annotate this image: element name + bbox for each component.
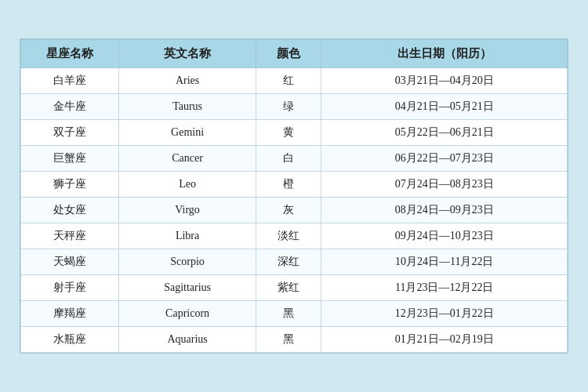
table-row: 双子座Gemini黄05月22日—06月21日 [21, 120, 568, 146]
cell-en: Libra [119, 223, 256, 249]
cell-date: 12月23日—01月22日 [321, 301, 568, 327]
cell-zh: 水瓶座 [21, 327, 119, 353]
table-row: 摩羯座Capricorn黑12月23日—01月22日 [21, 301, 568, 327]
cell-date: 01月21日—02月19日 [321, 327, 568, 353]
header-zh: 星座名称 [21, 40, 119, 68]
table-row: 狮子座Leo橙07月24日—08月23日 [21, 172, 568, 198]
cell-color: 淡红 [256, 223, 321, 249]
table-row: 天蝎座Scorpio深红10月24日—11月22日 [21, 249, 568, 275]
cell-zh: 白羊座 [21, 68, 119, 94]
cell-date: 11月23日—12月22日 [321, 275, 568, 301]
cell-color: 灰 [256, 198, 321, 223]
header-date: 出生日期（阳历） [321, 40, 568, 68]
cell-zh: 狮子座 [21, 172, 119, 198]
cell-zh: 天秤座 [21, 223, 119, 249]
cell-date: 03月21日—04月20日 [321, 68, 568, 94]
cell-zh: 巨蟹座 [21, 146, 119, 172]
cell-date: 06月22日—07月23日 [321, 146, 568, 172]
cell-en: Scorpio [119, 249, 256, 275]
table-body: 白羊座Aries红03月21日—04月20日金牛座Taurus绿04月21日—0… [21, 68, 568, 353]
cell-en: Capricorn [119, 301, 256, 327]
table-row: 水瓶座Aquarius黑01月21日—02月19日 [21, 327, 568, 353]
cell-zh: 金牛座 [21, 94, 119, 120]
cell-date: 10月24日—11月22日 [321, 249, 568, 275]
cell-color: 紫红 [256, 275, 321, 301]
cell-color: 黄 [256, 120, 321, 146]
table-row: 金牛座Taurus绿04月21日—05月21日 [21, 94, 568, 120]
cell-zh: 射手座 [21, 275, 119, 301]
cell-color: 白 [256, 146, 321, 172]
cell-zh: 处女座 [21, 198, 119, 223]
cell-zh: 天蝎座 [21, 249, 119, 275]
zodiac-table-container: 星座名称 英文名称 颜色 出生日期（阳历） 白羊座Aries红03月21日—04… [20, 38, 568, 354]
cell-color: 橙 [256, 172, 321, 198]
cell-en: Aquarius [119, 327, 256, 353]
cell-date: 08月24日—09月23日 [321, 198, 568, 223]
table-row: 白羊座Aries红03月21日—04月20日 [21, 68, 568, 94]
header-en: 英文名称 [119, 40, 256, 68]
cell-date: 09月24日—10月23日 [321, 223, 568, 249]
table-row: 处女座Virgo灰08月24日—09月23日 [21, 198, 568, 223]
cell-date: 04月21日—05月21日 [321, 94, 568, 120]
table-row: 天秤座Libra淡红09月24日—10月23日 [21, 223, 568, 249]
cell-color: 红 [256, 68, 321, 94]
table-row: 巨蟹座Cancer白06月22日—07月23日 [21, 146, 568, 172]
cell-en: Virgo [119, 198, 256, 223]
cell-date: 05月22日—06月21日 [321, 120, 568, 146]
cell-en: Taurus [119, 94, 256, 120]
cell-color: 绿 [256, 94, 321, 120]
zodiac-table: 星座名称 英文名称 颜色 出生日期（阳历） 白羊座Aries红03月21日—04… [20, 39, 568, 353]
cell-en: Aries [119, 68, 256, 94]
table-header-row: 星座名称 英文名称 颜色 出生日期（阳历） [21, 40, 568, 68]
cell-zh: 摩羯座 [21, 301, 119, 327]
cell-zh: 双子座 [21, 120, 119, 146]
cell-en: Leo [119, 172, 256, 198]
cell-en: Sagittarius [119, 275, 256, 301]
header-color: 颜色 [256, 40, 321, 68]
cell-color: 黑 [256, 327, 321, 353]
cell-date: 07月24日—08月23日 [321, 172, 568, 198]
cell-color: 黑 [256, 301, 321, 327]
table-row: 射手座Sagittarius紫红11月23日—12月22日 [21, 275, 568, 301]
cell-en: Cancer [119, 146, 256, 172]
cell-en: Gemini [119, 120, 256, 146]
cell-color: 深红 [256, 249, 321, 275]
